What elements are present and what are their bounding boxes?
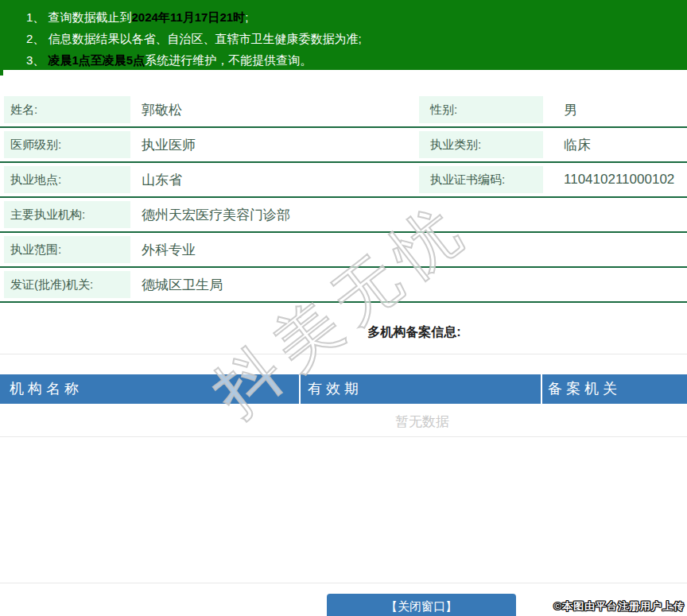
doctor-info-table: 姓名: 郭敬松 性别: 男 医师级别: 执业医师 执业类别: 临床 执业地点: … — [0, 93, 687, 303]
field-label-main-org: 主要执业机构: — [4, 201, 130, 228]
filing-table-header: 机构名称 有效期 备案机关 — [0, 374, 687, 404]
field-value-gender: 男 — [543, 93, 687, 126]
divider — [0, 583, 687, 583]
field-value-location: 山东省 — [130, 163, 419, 196]
banner-text-segment: 3、 — [26, 53, 49, 67]
field-label-gender: 性别: — [419, 96, 543, 123]
field-value-name: 郭敬松 — [130, 93, 419, 126]
info-row-level-category: 医师级别: 执业医师 执业类别: 临床 — [0, 128, 687, 163]
field-label-issuer: 发证(批准)机关: — [4, 271, 130, 298]
no-data-text: 暂无数据 — [0, 413, 687, 431]
info-row-name-gender: 姓名: 郭敬松 性别: 男 — [0, 93, 687, 128]
field-label-category: 执业类别: — [419, 131, 543, 158]
banner-bold-segment: 2024年11月17日21时 — [132, 10, 246, 24]
banner-bold-segment: 凌晨1点至凌晨5点 — [49, 53, 146, 67]
field-label-scope: 执业范围: — [4, 236, 130, 263]
banner-text-segment: ; — [245, 10, 248, 24]
field-value-level: 执业医师 — [130, 128, 419, 161]
divider — [0, 436, 687, 437]
banner-text-segment: 系统进行维护，不能提供查询。 — [145, 53, 312, 67]
info-row-location-cert: 执业地点: 山东省 执业证书编码: 110410211000102 — [0, 163, 687, 198]
banner-line-1: 1、 查询数据截止到2024年11月17日21时; — [26, 6, 679, 28]
filing-col-authority: 备案机关 — [542, 374, 687, 404]
notice-banner: 1、 查询数据截止到2024年11月17日21时; 2、 信息数据结果以各省、自… — [0, 0, 687, 70]
field-value-issuer: 德城区卫生局 — [130, 268, 687, 301]
field-value-category: 临床 — [543, 128, 687, 161]
info-row-main-org: 主要执业机构: 德州天宏医疗美容门诊部 — [0, 198, 687, 233]
upload-credit: ©本图由平台注册用户上传 — [553, 599, 685, 614]
field-value-cert-number: 110410211000102 — [543, 163, 687, 196]
banner-text-segment: 2、 信息数据结果以各省、自治区、直辖市卫生健康委数据为准; — [26, 32, 362, 45]
banner-notch — [0, 70, 3, 76]
info-row-issuer: 发证(批准)机关: 德城区卫生局 — [0, 268, 687, 303]
field-label-level: 医师级别: — [4, 131, 130, 158]
field-value-scope: 外科专业 — [130, 233, 687, 266]
field-label-cert-number: 执业证书编码: — [419, 166, 543, 193]
banner-line-3: 3、 凌晨1点至凌晨5点系统进行维护，不能提供查询。 — [26, 49, 679, 71]
banner-text-segment: 1、 查询数据截止到 — [26, 10, 132, 24]
info-row-scope: 执业范围: 外科专业 — [0, 233, 687, 268]
field-label-location: 执业地点: — [4, 166, 130, 193]
filing-col-institution: 机构名称 — [0, 374, 299, 404]
field-label-name: 姓名: — [4, 96, 130, 123]
field-value-main-org: 德州天宏医疗美容门诊部 — [130, 198, 687, 231]
filing-col-validity: 有效期 — [301, 374, 541, 404]
close-window-button[interactable]: 【关闭窗口】 — [327, 594, 516, 616]
divider — [0, 354, 687, 354]
banner-line-2: 2、 信息数据结果以各省、自治区、直辖市卫生健康委数据为准; — [26, 28, 679, 49]
filing-section-title: 多机构备案信息: — [0, 324, 687, 341]
